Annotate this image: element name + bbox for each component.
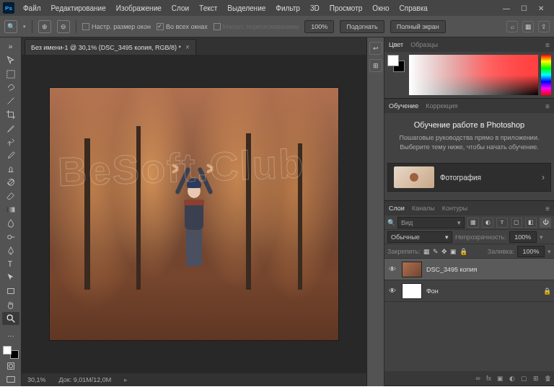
group-icon[interactable]: ▢: [521, 375, 527, 382]
layer-thumbnail[interactable]: [402, 283, 422, 299]
clone-stamp-tool[interactable]: [2, 163, 19, 176]
panel-menu-icon[interactable]: ≡: [545, 102, 550, 110]
close-tab-icon[interactable]: ×: [185, 43, 190, 51]
healing-brush-tool[interactable]: [2, 135, 19, 148]
panel-menu-icon[interactable]: ≡: [545, 205, 550, 213]
zoom-in-icon[interactable]: ⊕: [38, 20, 51, 33]
crop-tool[interactable]: [2, 108, 19, 121]
lock-image-icon[interactable]: ✎: [433, 248, 439, 255]
learn-tab[interactable]: Обучение: [389, 102, 418, 110]
history-brush-tool[interactable]: [2, 176, 19, 189]
adjustments-tab[interactable]: Коррекция: [426, 102, 457, 110]
blend-mode-select[interactable]: Обычные▾: [387, 231, 452, 243]
layer-filter-select[interactable]: Вид▾: [397, 217, 465, 228]
menu-filter[interactable]: Фильтр: [271, 1, 304, 15]
zoom-out-icon[interactable]: ⊖: [57, 20, 70, 33]
edit-toolbar-icon[interactable]: ⋯: [2, 330, 19, 343]
menu-edit[interactable]: Редактирование: [47, 1, 110, 15]
swatches-tab[interactable]: Образцы: [410, 41, 438, 48]
hue-slider[interactable]: [541, 55, 551, 95]
color-panel-fgbg[interactable]: [387, 55, 406, 95]
window-close-icon[interactable]: ✕: [537, 4, 545, 12]
adjustment-layer-icon[interactable]: ◐: [509, 375, 515, 382]
filter-pixel-icon[interactable]: ▦: [467, 218, 479, 228]
quick-mask-icon[interactable]: [2, 360, 19, 373]
zoom-tool-preset-icon[interactable]: 🔍: [4, 20, 17, 33]
channels-tab[interactable]: Каналы: [412, 205, 435, 212]
status-doc-info[interactable]: Док: 9,01M/12,0M: [59, 376, 112, 383]
dodge-tool[interactable]: [2, 231, 19, 244]
path-selection-tool[interactable]: [2, 271, 19, 284]
visibility-toggle-icon[interactable]: 👁: [387, 287, 397, 295]
eraser-tool[interactable]: [2, 190, 19, 202]
learn-topic-photography[interactable]: Фотография ›: [387, 163, 551, 192]
layer-item[interactable]: 👁 Фон 🔒: [384, 280, 554, 302]
menu-window[interactable]: Окно: [368, 1, 393, 15]
paths-tab[interactable]: Контуры: [442, 205, 467, 212]
collapse-toolbar-icon[interactable]: »: [2, 40, 19, 53]
filter-smart-icon[interactable]: ◧: [525, 218, 537, 228]
menu-3d[interactable]: 3D: [306, 1, 324, 15]
screen-mode-icon[interactable]: [2, 373, 19, 386]
filter-toggle-icon[interactable]: ⏻: [540, 218, 551, 228]
magic-wand-tool[interactable]: [2, 94, 19, 107]
search-icon[interactable]: ⌕: [506, 21, 518, 32]
window-minimize-icon[interactable]: —: [502, 4, 511, 12]
layer-fx-icon[interactable]: fx: [486, 375, 491, 382]
zoom-100-button[interactable]: 100%: [304, 20, 334, 33]
lock-transparency-icon[interactable]: ▦: [423, 248, 430, 255]
gradient-tool[interactable]: [2, 203, 19, 216]
panel-menu-icon[interactable]: ≡: [545, 41, 550, 49]
menu-help[interactable]: Справка: [395, 1, 432, 15]
rectangle-tool[interactable]: [2, 285, 19, 298]
visibility-toggle-icon[interactable]: 👁: [387, 265, 397, 273]
menu-image[interactable]: Изображение: [112, 1, 166, 15]
layer-mask-icon[interactable]: ▣: [497, 375, 504, 382]
color-tab[interactable]: Цвет: [389, 41, 403, 48]
layer-item[interactable]: 👁 DSC_3495 копия: [384, 259, 554, 280]
history-panel-icon[interactable]: ↩: [369, 42, 382, 55]
status-zoom[interactable]: 30,1%: [27, 376, 46, 383]
color-spectrum[interactable]: [409, 55, 538, 95]
lock-position-icon[interactable]: ✥: [441, 248, 447, 255]
resize-windows-checkbox[interactable]: Настр. размер окон: [82, 23, 151, 30]
share-icon[interactable]: ⇪: [538, 21, 550, 32]
menu-select[interactable]: Выделение: [223, 1, 270, 15]
hand-tool[interactable]: [2, 298, 19, 311]
document-tab[interactable]: Без имени-1 @ 30,1% (DSC_3495 копия, RGB…: [25, 39, 196, 55]
layer-name[interactable]: DSC_3495 копия: [426, 266, 477, 273]
lock-artboard-icon[interactable]: ▣: [450, 248, 457, 255]
marquee-tool[interactable]: [2, 68, 19, 81]
window-maximize-icon[interactable]: ☐: [519, 4, 528, 12]
filter-shape-icon[interactable]: ▢: [511, 218, 522, 228]
lasso-tool[interactable]: [2, 81, 19, 94]
fit-screen-button[interactable]: Подогнать: [340, 20, 384, 33]
pen-tool[interactable]: [2, 244, 19, 257]
filter-adjustment-icon[interactable]: ◐: [482, 218, 493, 228]
fill-input[interactable]: 100%: [517, 246, 545, 257]
lock-all-icon[interactable]: 🔒: [460, 248, 467, 255]
delete-layer-icon[interactable]: 🗑: [545, 375, 551, 382]
canvas-area[interactable]: [22, 55, 366, 373]
filter-type-icon[interactable]: T: [496, 218, 508, 228]
layer-thumbnail[interactable]: [402, 262, 422, 277]
link-layers-icon[interactable]: ∞: [476, 375, 480, 382]
blur-tool[interactable]: [2, 217, 19, 230]
type-tool[interactable]: T: [2, 258, 19, 271]
eyedropper-tool[interactable]: [2, 122, 19, 135]
brush-tool[interactable]: [2, 149, 19, 162]
menu-text[interactable]: Текст: [195, 1, 221, 15]
menu-layers[interactable]: Слои: [167, 1, 193, 15]
properties-panel-icon[interactable]: ⊞: [369, 59, 382, 72]
all-windows-checkbox[interactable]: Во всех окнах: [157, 23, 208, 30]
layer-name[interactable]: Фон: [426, 288, 439, 295]
layers-tab[interactable]: Слои: [389, 205, 405, 212]
opacity-input[interactable]: 100%: [509, 231, 537, 243]
move-tool[interactable]: [2, 54, 19, 67]
menu-view[interactable]: Просмотр: [325, 1, 367, 15]
full-screen-button[interactable]: Полный экран: [390, 20, 446, 33]
zoom-tool[interactable]: [2, 312, 19, 325]
workspace-icon[interactable]: ▦: [522, 21, 534, 32]
foreground-background-colors[interactable]: [3, 346, 19, 359]
menu-file[interactable]: Файл: [19, 1, 45, 15]
